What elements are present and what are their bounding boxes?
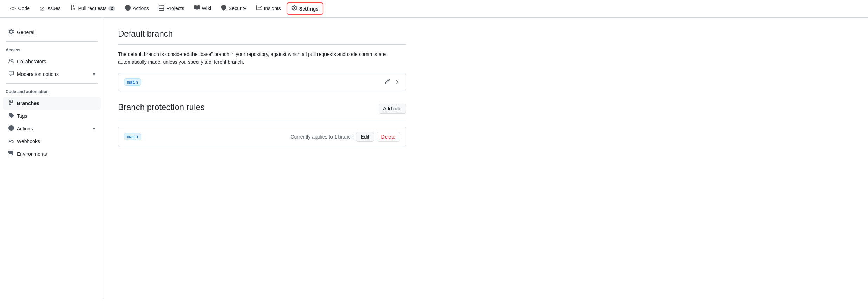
sidebar-collaborators-label: Collaborators	[17, 59, 46, 64]
default-branch-box: main	[118, 73, 406, 91]
rule-info: Currently applies to 1 branch Edit Delet…	[290, 132, 400, 142]
projects-icon	[159, 5, 164, 12]
sidebar-item-tags[interactable]: Tags	[3, 110, 101, 122]
sidebar-item-environments[interactable]: Environments	[3, 148, 101, 160]
actions-icon	[125, 5, 131, 12]
sidebar-general-label: General	[17, 30, 34, 35]
sidebar-item-moderation[interactable]: Moderation options ▾	[3, 68, 101, 81]
protection-rule-row: main Currently applies to 1 branch Edit …	[118, 127, 406, 147]
code-icon: <>	[10, 5, 16, 11]
sidebar-environments-label: Environments	[17, 151, 47, 157]
nav-security[interactable]: Security	[217, 0, 251, 17]
actions-sidebar-icon	[8, 125, 14, 132]
sidebar-actions-label: Actions	[17, 126, 33, 132]
security-icon	[221, 5, 226, 12]
sidebar: General Access Collaborators Moderation …	[0, 18, 104, 299]
nav-insights[interactable]: Insights	[252, 0, 285, 17]
delete-rule-button[interactable]: Delete	[377, 132, 400, 142]
default-branch-tag: main	[124, 78, 141, 86]
nav-projects[interactable]: Projects	[154, 0, 189, 17]
top-navigation: <> Code ◎ Issues Pull requests 2 Actions…	[0, 0, 868, 18]
wiki-icon	[194, 5, 200, 12]
protection-rules-title: Branch protection rules	[118, 102, 205, 112]
people-icon	[8, 58, 14, 65]
nav-code-label: Code	[18, 6, 30, 11]
actions-chevron-icon: ▾	[93, 126, 95, 131]
issues-icon: ◎	[40, 5, 44, 12]
nav-actions-label: Actions	[133, 6, 149, 11]
sidebar-divider-1	[6, 41, 98, 42]
nav-wiki[interactable]: Wiki	[190, 0, 215, 17]
moderation-chevron-icon: ▾	[93, 72, 95, 77]
environments-icon	[8, 150, 14, 158]
nav-settings[interactable]: Settings	[287, 2, 323, 15]
sidebar-code-automation-section: Code and automation	[0, 87, 104, 97]
nav-issues-label: Issues	[46, 6, 60, 11]
sidebar-item-webhooks[interactable]: Webhooks	[3, 135, 101, 148]
webhooks-icon	[8, 138, 14, 145]
sidebar-item-general[interactable]: General	[3, 26, 101, 39]
nav-settings-label: Settings	[299, 6, 318, 12]
sidebar-item-actions[interactable]: Actions ▾	[3, 122, 101, 135]
nav-pull-requests[interactable]: Pull requests 2	[66, 0, 119, 17]
settings-icon	[291, 5, 297, 12]
nav-wiki-label: Wiki	[202, 6, 211, 11]
rule-applies-text: Currently applies to 1 branch	[290, 134, 353, 140]
protection-rules-header: Branch protection rules Add rule	[118, 102, 406, 115]
tag-icon	[8, 113, 14, 120]
page-layout: General Access Collaborators Moderation …	[0, 18, 868, 299]
comment-icon	[8, 71, 14, 78]
add-rule-button[interactable]: Add rule	[379, 104, 406, 114]
sidebar-webhooks-label: Webhooks	[17, 139, 40, 144]
sidebar-tags-label: Tags	[17, 113, 27, 119]
sidebar-access-section: Access	[0, 45, 104, 55]
gear-icon	[8, 29, 14, 36]
default-branch-description: The default branch is considered the “ba…	[118, 50, 406, 66]
rule-branch-tag: main	[124, 133, 141, 140]
protection-rules-divider	[118, 121, 406, 121]
nav-security-label: Security	[229, 6, 246, 11]
sidebar-item-collaborators[interactable]: Collaborators	[3, 55, 101, 68]
sidebar-moderation-label: Moderation options	[17, 71, 59, 77]
sidebar-branches-label: Branches	[17, 101, 39, 106]
sidebar-item-branches[interactable]: Branches	[3, 97, 101, 110]
default-branch-actions	[384, 78, 400, 85]
nav-pull-requests-label: Pull requests	[78, 6, 106, 11]
nav-insights-label: Insights	[264, 6, 281, 11]
main-content: Default branch The default branch is con…	[104, 18, 420, 299]
nav-actions[interactable]: Actions	[121, 0, 153, 17]
pull-requests-icon	[70, 5, 76, 12]
edit-branch-icon[interactable]	[384, 78, 390, 85]
switch-branch-icon[interactable]	[394, 78, 400, 85]
insights-icon	[256, 5, 262, 12]
default-branch-divider	[118, 44, 406, 45]
nav-issues[interactable]: ◎ Issues	[35, 0, 65, 17]
edit-rule-button[interactable]: Edit	[356, 132, 374, 142]
nav-projects-label: Projects	[166, 6, 184, 11]
sidebar-divider-2	[6, 83, 98, 84]
nav-code[interactable]: <> Code	[6, 0, 34, 17]
default-branch-title: Default branch	[118, 29, 406, 39]
pull-requests-badge: 2	[108, 6, 115, 11]
branches-icon	[8, 100, 14, 107]
